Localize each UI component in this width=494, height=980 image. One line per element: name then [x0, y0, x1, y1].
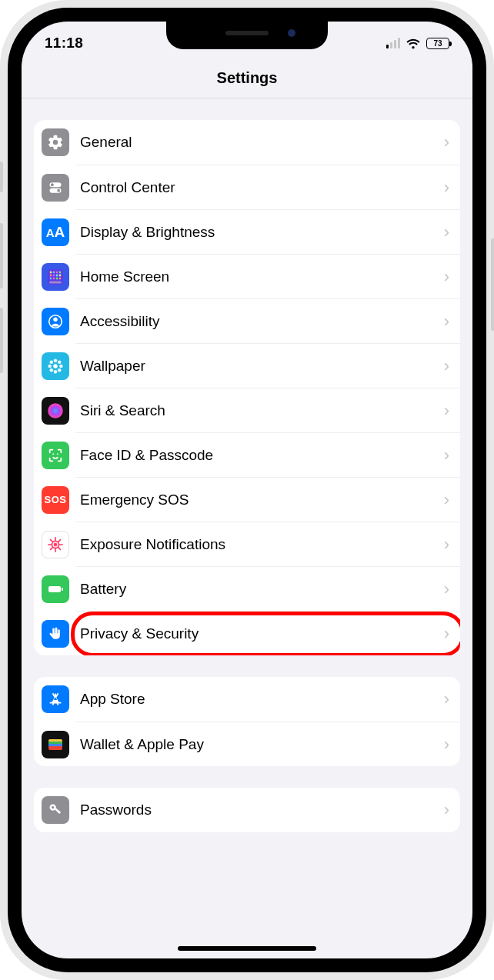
sos-icon: SOS	[42, 486, 69, 514]
svg-point-26	[58, 360, 62, 364]
settings-row-sos[interactable]: SOSEmergency SOS›	[75, 477, 460, 522]
phone-frame: 11:18 73 Settings General›Control Center…	[0, 0, 494, 980]
svg-point-15	[56, 277, 58, 279]
battery-icon	[42, 575, 69, 603]
svg-point-22	[54, 370, 58, 374]
cellular-icon	[386, 38, 400, 48]
settings-row-general[interactable]: General›	[34, 120, 460, 165]
settings-row-passwords[interactable]: Passwords›	[34, 788, 460, 832]
screen: 11:18 73 Settings General›Control Center…	[22, 22, 472, 958]
chevron-right-icon: ›	[444, 401, 449, 421]
power-button	[491, 238, 494, 331]
appstore-icon	[42, 685, 69, 713]
svg-point-41	[55, 543, 57, 545]
svg-point-23	[48, 364, 52, 368]
row-label: App Store	[80, 691, 444, 708]
settings-row-privacy[interactable]: Privacy & Security›	[75, 611, 460, 655]
row-label: Face ID & Passcode	[80, 447, 444, 464]
svg-point-13	[50, 277, 52, 279]
svg-point-12	[59, 274, 62, 276]
svg-rect-17	[49, 281, 62, 283]
settings-row-control-center[interactable]: Control Center›	[75, 165, 460, 209]
svg-point-14	[53, 277, 55, 279]
row-label: Exposure Notifications	[80, 536, 444, 553]
svg-line-37	[51, 539, 53, 542]
grid-icon	[42, 263, 69, 291]
chevron-right-icon: ›	[444, 624, 449, 644]
settings-row-battery[interactable]: Battery›	[75, 566, 460, 611]
chevron-right-icon: ›	[444, 132, 449, 152]
chevron-right-icon: ›	[444, 222, 449, 242]
row-label: Wallet & Apple Pay	[80, 736, 444, 753]
gear-icon	[42, 128, 69, 156]
settings-row-exposure[interactable]: Exposure Notifications›	[75, 522, 460, 566]
settings-row-siri[interactable]: Siri & Search›	[75, 388, 460, 432]
chevron-right-icon: ›	[444, 535, 449, 555]
face-icon	[42, 442, 69, 469]
settings-row-wallpaper[interactable]: Wallpaper›	[75, 343, 460, 388]
page-title: Settings	[22, 65, 472, 98]
battery-icon: 73	[426, 38, 449, 49]
row-label: General	[80, 134, 444, 151]
settings-row-home-screen[interactable]: Home Screen›	[75, 254, 460, 298]
svg-point-16	[59, 277, 62, 279]
row-label: Wallpaper	[80, 358, 444, 375]
svg-point-6	[53, 271, 55, 273]
chevron-right-icon: ›	[444, 445, 449, 465]
flower-icon	[42, 352, 69, 380]
svg-point-19	[53, 317, 58, 322]
chevron-right-icon: ›	[444, 735, 449, 755]
svg-point-29	[48, 403, 63, 418]
mute-switch	[0, 162, 3, 192]
chevron-right-icon: ›	[444, 178, 449, 198]
svg-point-8	[59, 271, 62, 273]
wifi-icon	[405, 35, 422, 52]
svg-line-39	[51, 547, 53, 549]
volume-up-button	[0, 223, 3, 288]
svg-point-21	[54, 358, 58, 362]
svg-point-50	[52, 806, 54, 808]
chevron-right-icon: ›	[444, 312, 449, 332]
svg-point-28	[58, 368, 62, 372]
status-indicators: 73	[386, 35, 449, 52]
chevron-right-icon: ›	[444, 579, 449, 599]
settings-list[interactable]: General›Control Center›AADisplay & Brigh…	[22, 98, 472, 958]
settings-row-accessibility[interactable]: Accessibility›	[75, 298, 460, 343]
settings-row-faceid[interactable]: Face ID & Passcode›	[75, 432, 460, 477]
svg-point-5	[50, 271, 52, 273]
svg-point-20	[53, 364, 58, 368]
row-label: Passwords	[80, 802, 444, 818]
phone-bezel: 11:18 73 Settings General›Control Center…	[8, 8, 486, 972]
settings-group: Passwords›	[34, 788, 460, 832]
home-indicator[interactable]	[178, 946, 316, 951]
svg-rect-42	[48, 586, 61, 592]
person-icon	[42, 308, 69, 335]
row-label: Home Screen	[80, 268, 444, 285]
chevron-right-icon: ›	[444, 267, 449, 287]
svg-rect-43	[62, 588, 63, 591]
row-label: Privacy & Security	[80, 625, 444, 642]
settings-group: General›Control Center›AADisplay & Brigh…	[34, 120, 460, 655]
chevron-right-icon: ›	[444, 356, 449, 376]
row-label: Emergency SOS	[80, 492, 444, 508]
aa-icon: AA	[42, 218, 69, 246]
svg-line-38	[58, 547, 61, 549]
row-label: Battery	[80, 581, 444, 598]
toggles-icon	[42, 174, 69, 202]
chevron-right-icon: ›	[444, 490, 449, 510]
settings-row-display[interactable]: AADisplay & Brightness›	[75, 209, 460, 254]
svg-point-27	[49, 368, 53, 372]
svg-line-40	[58, 539, 61, 542]
svg-point-3	[57, 188, 60, 192]
hand-icon	[42, 620, 69, 648]
svg-point-9	[50, 274, 52, 276]
chevron-right-icon: ›	[444, 800, 449, 820]
row-label: Siri & Search	[80, 402, 444, 419]
svg-point-10	[53, 274, 55, 276]
svg-point-31	[57, 453, 58, 455]
siri-icon	[42, 397, 69, 425]
volume-down-button	[0, 308, 3, 373]
svg-point-7	[56, 271, 58, 273]
settings-row-app-store[interactable]: App Store›	[34, 677, 460, 722]
settings-row-wallet[interactable]: Wallet & Apple Pay›	[75, 722, 460, 766]
